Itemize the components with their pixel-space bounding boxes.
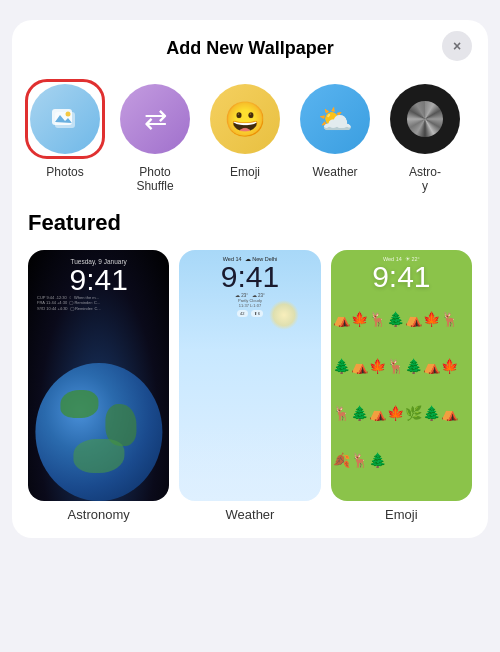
badge-2: ⬆ 6 [251,310,263,317]
photos-icon-border [25,79,105,159]
emoji-cell: 🦌 [333,406,350,452]
weather-label-card: Weather [226,507,275,522]
astro-time: 9:41 [34,265,163,295]
type-astro[interactable]: Astro-y [384,79,466,194]
wallpaper-type-selector: Photos ⇄ Photo Shuffle 😀 Emoji [12,71,488,210]
astro-label: Astro-y [409,165,441,194]
emoji-cell: 🌲 [405,359,422,405]
earth-globe [35,363,162,501]
type-photo-shuffle[interactable]: ⇄ Photo Shuffle [114,79,196,194]
emoji-cell: 🌲 [423,406,440,452]
emoji-cell: ⛺ [423,359,440,405]
close-button[interactable]: × [442,31,472,61]
featured-section: Featured Tuesday, 9 January 9:41 CUP 9:4… [12,210,488,538]
astro-icon-bg [390,84,460,154]
emoji-cell: 🍁 [351,312,368,358]
emoji-cell: 🦌 [387,359,404,405]
featured-item-emoji[interactable]: Wed 14 ☀ 22° 9:41 ⛺ 🍁 🦌 🌲 ⛺ 🍁 🦌 🌲 [331,250,472,522]
emoji-time: 9:41 [372,262,430,292]
emoji-preview-inner: Wed 14 ☀ 22° 9:41 ⛺ 🍁 🦌 🌲 ⛺ 🍁 🦌 🌲 [331,250,472,501]
type-photos[interactable]: Photos [24,79,106,194]
spiral-icon [407,101,443,137]
astro-info: CUP 9:44 -12:30 ☾ When the m... FRA 11:4… [34,295,163,312]
weather-icon-border: ⛅ [295,79,375,159]
weather-times: 11:37 L:1:07 [239,303,261,308]
emoji-cell: 🦌 [369,312,386,358]
type-emoji[interactable]: 😀 Emoji [204,79,286,194]
emoji-icon-bg: 😀 [210,84,280,154]
astronomy-preview: Tuesday, 9 January 9:41 CUP 9:44 -12:30 … [28,250,169,501]
shuffle-label: Photo Shuffle [136,165,173,194]
badge-1: 42 [237,310,247,317]
emoji-icon-border: 😀 [205,79,285,159]
emoji-preview-card: Wed 14 ☀ 22° 9:41 ⛺ 🍁 🦌 🌲 ⛺ 🍁 🦌 🌲 [331,250,472,501]
weather-gradient [179,426,320,501]
emoji-cell: 🍁 [423,312,440,358]
astronomy-preview-inner: Tuesday, 9 January 9:41 CUP 9:44 -12:30 … [28,250,169,501]
emoji-cell: ⛺ [441,406,458,452]
shuffle-icon: ⇄ [144,103,167,136]
emoji-grid: ⛺ 🍁 🦌 🌲 ⛺ 🍁 🦌 🌲 ⛺ 🍁 🦌 🌲 [331,310,472,501]
emoji-cell: 🍂 [333,453,350,499]
modal-header: Add New Wallpaper × [12,20,488,71]
emoji-cell: ⛺ [405,312,422,358]
emoji-cell: 🍁 [369,359,386,405]
photos-icon-bg [30,84,100,154]
photos-label: Photos [46,165,83,179]
featured-item-weather[interactable]: Wed 14 ☁ New Delhi 9:41 ☁ 23° ☁ 23° Part… [179,250,320,522]
astro-icon-border [385,79,465,159]
weather-preview-inner: Wed 14 ☁ New Delhi 9:41 ☁ 23° ☁ 23° Part… [179,250,320,501]
emoji-cell: 🍁 [387,406,404,452]
weather-preview-card: Wed 14 ☁ New Delhi 9:41 ☁ 23° ☁ 23° Part… [179,250,320,501]
weather-icon: ⛅ [318,103,353,136]
emoji-cell: 🌿 [405,406,422,452]
emoji-cell: ⛺ [351,359,368,405]
weather-label: Weather [312,165,357,179]
svg-point-2 [66,112,71,117]
emoji-cell: 🌲 [387,312,404,358]
shuffle-icon-border: ⇄ [115,79,195,159]
sun-glow [269,300,299,330]
weather-badges: 42 ⬆ 6 [237,310,263,317]
shuffle-icon-bg: ⇄ [120,84,190,154]
emoji-cell: 🍁 [441,359,458,405]
photos-icon [47,101,83,137]
continent-3 [73,439,124,474]
continent-1 [61,390,99,418]
add-wallpaper-modal: Add New Wallpaper × [12,20,488,538]
emoji-cell: 🌲 [333,359,350,405]
weather-icon-bg: ⛅ [300,84,370,154]
modal-title: Add New Wallpaper [166,38,333,59]
weather-time: 9:41 [221,262,279,292]
featured-grid: Tuesday, 9 January 9:41 CUP 9:44 -12:30 … [28,250,472,522]
type-weather[interactable]: ⛅ Weather [294,79,376,194]
emoji-cell: 🌲 [369,453,386,499]
emoji-cell: 🦌 [351,453,368,499]
emoji-cell: ⛺ [333,312,350,358]
emoji-cell: 🦌 [441,312,458,358]
featured-title: Featured [28,210,472,236]
emoji-cell: ⛺ [369,406,386,452]
emoji-cell: 🌲 [351,406,368,452]
emoji-label: Emoji [230,165,260,179]
featured-item-astronomy[interactable]: Tuesday, 9 January 9:41 CUP 9:44 -12:30 … [28,250,169,522]
emoji-label-card: Emoji [385,507,418,522]
astronomy-label: Astronomy [68,507,130,522]
emoji-icon: 😀 [224,99,266,139]
